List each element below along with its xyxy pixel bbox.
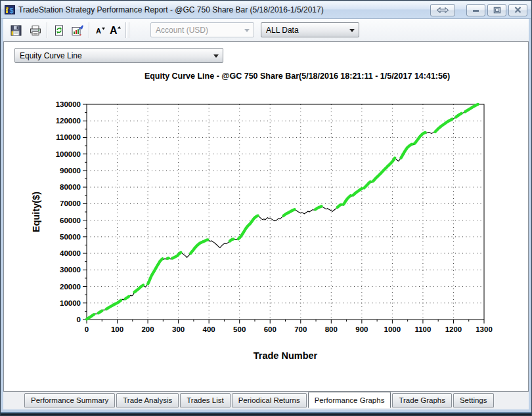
chart-title: Equity Curve Line - @GC 750 Share Bar(5/… (144, 72, 450, 81)
y-tick-label: 60000 (60, 217, 81, 224)
equity-new-high (414, 133, 426, 144)
tab-bar: Performance SummaryTrade AnalysisTrades … (3, 392, 529, 409)
report-settings-icon (72, 25, 83, 36)
tab-performance-graphs[interactable]: Performance Graphs (308, 392, 391, 408)
equity-new-high (167, 258, 169, 259)
tab-settings[interactable]: Settings (453, 393, 494, 407)
tab-trades-list[interactable]: Trades List (180, 393, 230, 407)
y-tick-label: 130000 (56, 100, 81, 108)
y-tick-label: 70000 (60, 199, 81, 207)
equity-new-high (344, 196, 351, 205)
graph-type-combo[interactable]: Equity Curve Line (14, 48, 223, 63)
equity-new-high (87, 314, 94, 319)
report-content: Equity Curve Line 0100002000030000400005… (3, 41, 529, 392)
window-frame-bottom (1, 409, 531, 415)
print-icon (30, 25, 41, 36)
x-tick-label: 300 (172, 325, 185, 333)
y-tick-label: 100000 (56, 150, 81, 158)
x-tick-label: 700 (294, 325, 307, 333)
double-arrow-icon (437, 7, 449, 13)
x-tick-label: 1300 (476, 325, 493, 333)
x-tick-label: 1000 (384, 325, 401, 333)
save-icon (11, 25, 22, 36)
equity-new-high (106, 301, 121, 309)
svg-text:A: A (96, 27, 101, 35)
decrease-font-button[interactable]: A (93, 23, 108, 37)
equity-curve-plot: 0100002000030000400005000060000700008000… (8, 63, 520, 378)
toolbar-separator (129, 22, 129, 38)
close-icon (514, 7, 521, 13)
equity-new-high (456, 114, 461, 117)
equity-new-high (148, 259, 162, 283)
toolbar-separator (89, 22, 89, 38)
close-button[interactable] (508, 4, 527, 16)
restore-icon (493, 7, 501, 14)
chevron-down-icon (244, 29, 250, 32)
x-tick-label: 200 (141, 325, 154, 333)
toolbar-separator (125, 22, 126, 38)
equity-new-high (99, 311, 102, 314)
x-tick-label: 900 (355, 325, 368, 333)
x-tick-label: 800 (325, 325, 338, 333)
x-tick-label: 1100 (414, 325, 431, 333)
tab-performance-summary[interactable]: Performance Summary (24, 393, 115, 407)
toolbar: A A Account (USD) ALL Data (3, 19, 529, 42)
y-tick-label: 50000 (60, 233, 81, 241)
y-tick-label: 40000 (60, 249, 81, 257)
print-button[interactable] (28, 23, 43, 37)
y-tick-label: 10000 (60, 299, 81, 307)
y-axis-label: Equity($) (31, 192, 41, 232)
y-tick-label: 80000 (60, 183, 81, 191)
refresh-report-icon (54, 25, 64, 36)
x-tick-label: 1200 (445, 325, 462, 333)
equity-new-high (230, 239, 234, 241)
y-tick-label: 90000 (60, 167, 81, 175)
chevron-down-icon (349, 29, 355, 32)
x-axis-label: Trade Number (254, 350, 318, 361)
decrease-font-icon: A (95, 25, 106, 36)
account-combo[interactable]: Account (USD) (150, 22, 254, 37)
plot-border (87, 104, 484, 320)
equity-new-high (365, 182, 370, 188)
graph-type-combo-value: Equity Curve Line (20, 51, 82, 60)
chevron-down-icon (213, 54, 219, 58)
equity-new-high (284, 209, 295, 216)
equity-new-high (353, 188, 362, 195)
x-tick-label: 100 (111, 325, 123, 333)
y-tick-label: 110000 (56, 133, 81, 141)
equity-new-high (315, 206, 321, 209)
tradestation-report-window: $ TradeStation Strategy Performance Repo… (0, 0, 532, 416)
refresh-report-button[interactable] (52, 23, 66, 37)
data-range-combo[interactable]: ALL Data (261, 22, 359, 37)
equity-new-high (125, 297, 129, 299)
tab-trade-analysis[interactable]: Trade Analysis (116, 393, 179, 407)
x-tick-label: 400 (203, 325, 215, 333)
titlebar[interactable]: $ TradeStation Strategy Performance Repo… (1, 1, 531, 19)
minimize-button[interactable] (466, 4, 485, 16)
toolbar-separator (47, 22, 47, 38)
y-tick-label: 0 (77, 316, 81, 323)
tab-periodical-returns[interactable]: Periodical Returns (232, 393, 307, 407)
app-icon: $ (5, 5, 15, 15)
increase-font-button[interactable]: A (108, 23, 123, 37)
x-tick-label: 600 (264, 325, 277, 333)
data-range-combo-value: ALL Data (266, 26, 299, 35)
equity-new-high (401, 144, 412, 158)
y-tick-label: 120000 (56, 117, 81, 125)
tab-trade-graphs[interactable]: Trade Graphs (392, 393, 452, 407)
equity-curve-chart: 0100002000030000400005000060000700008000… (8, 63, 520, 378)
save-button[interactable] (9, 23, 23, 37)
increase-font-icon: A (109, 24, 122, 36)
equity-new-high (238, 216, 258, 239)
svg-text:A: A (110, 25, 118, 36)
account-combo-value: Account (USD) (156, 26, 208, 35)
x-tick-label: 500 (233, 325, 246, 333)
equity-new-high (465, 104, 478, 112)
restore-button[interactable] (487, 4, 506, 16)
y-tick-label: 20000 (60, 283, 81, 291)
minimize-icon (472, 7, 479, 13)
resize-horizontal-button[interactable] (430, 4, 455, 16)
report-settings-button[interactable] (70, 23, 85, 37)
equity-new-high (135, 285, 144, 293)
equity-new-high (373, 158, 395, 182)
